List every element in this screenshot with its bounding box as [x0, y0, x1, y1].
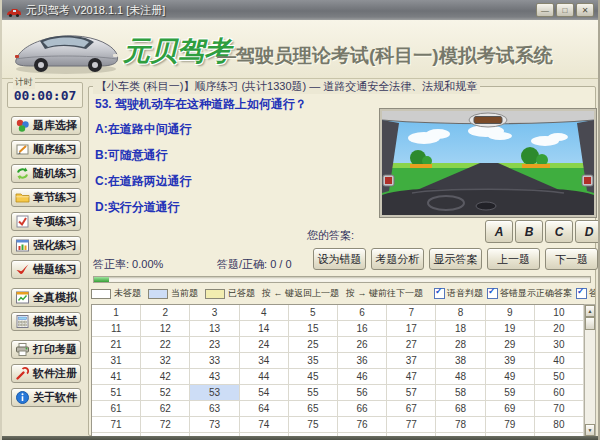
question-number-cell[interactable]: 75	[289, 417, 338, 433]
question-number-cell[interactable]: 38	[436, 353, 485, 369]
question-number-cell[interactable]: 14	[240, 321, 289, 337]
question-number-cell[interactable]: 22	[141, 337, 190, 353]
question-number-cell[interactable]: 21	[92, 337, 141, 353]
question-number-cell[interactable]: 71	[92, 417, 141, 433]
option-A[interactable]: A:在道路中间通行	[95, 121, 192, 147]
scroll-up-icon[interactable]: ▲	[585, 305, 595, 317]
question-number-cell[interactable]: 19	[486, 321, 535, 337]
checkbox-check-icon[interactable]	[487, 288, 498, 299]
question-number-cell[interactable]: 55	[289, 385, 338, 401]
question-number-cell[interactable]: 64	[240, 401, 289, 417]
question-number-cell[interactable]: 61	[92, 401, 141, 417]
scroll-thumb[interactable]	[585, 317, 595, 330]
question-number-cell[interactable]: 63	[190, 401, 239, 417]
question-number-cell[interactable]: 11	[92, 321, 141, 337]
answer-button-B[interactable]: B	[515, 220, 543, 243]
question-number-cell[interactable]: 16	[338, 321, 387, 337]
maximize-button[interactable]: □	[556, 3, 574, 17]
question-number-cell[interactable]: 56	[338, 385, 387, 401]
question-number-cell[interactable]: 69	[486, 401, 535, 417]
sidebar-button-全真模拟[interactable]: 全真模拟	[11, 288, 81, 307]
action-button-设为错题[interactable]: 设为错题	[313, 248, 366, 270]
sidebar-button-模拟考试[interactable]: 模拟考试	[11, 312, 81, 331]
question-number-cell[interactable]: 48	[436, 369, 485, 385]
question-number-cell[interactable]: 60	[535, 385, 584, 401]
question-number-cell[interactable]: 2	[141, 305, 190, 321]
question-number-cell[interactable]: 26	[338, 337, 387, 353]
action-button-下一题[interactable]: 下一题	[545, 248, 598, 270]
checkbox-语音判题[interactable]: 语音判题	[434, 287, 483, 300]
question-number-cell[interactable]: 39	[486, 353, 535, 369]
minimize-button[interactable]: —	[536, 3, 554, 17]
question-number-cell[interactable]: 33	[190, 353, 239, 369]
question-number-cell[interactable]: 74	[240, 417, 289, 433]
question-number-cell[interactable]: 27	[387, 337, 436, 353]
question-number-cell[interactable]: 24	[240, 337, 289, 353]
question-number-cell[interactable]: 30	[535, 337, 584, 353]
question-number-cell[interactable]: 13	[190, 321, 239, 337]
question-number-cell[interactable]: 10	[535, 305, 584, 321]
sidebar-button-顺序练习[interactable]: 顺序练习	[11, 140, 81, 159]
question-number-cell[interactable]: 7	[387, 305, 436, 321]
sidebar-button-错题练习[interactable]: 错题练习	[11, 260, 81, 279]
question-number-cell[interactable]: 58	[436, 385, 485, 401]
question-number-cell[interactable]: 12	[141, 321, 190, 337]
question-number-cell[interactable]: 52	[141, 385, 190, 401]
sidebar-button-随机练习[interactable]: 随机练习	[11, 164, 81, 183]
question-number-cell[interactable]: 42	[141, 369, 190, 385]
question-number-cell[interactable]: 59	[486, 385, 535, 401]
question-number-cell[interactable]: 44	[240, 369, 289, 385]
question-number-cell[interactable]: 46	[338, 369, 387, 385]
question-number-cell[interactable]: 51	[92, 385, 141, 401]
question-number-cell[interactable]: 80	[535, 417, 584, 433]
question-number-cell[interactable]: 76	[338, 417, 387, 433]
question-number-cell[interactable]: 66	[338, 401, 387, 417]
question-number-cell[interactable]: 45	[289, 369, 338, 385]
question-number-cell[interactable]: 50	[535, 369, 584, 385]
question-number-cell[interactable]: 20	[535, 321, 584, 337]
sidebar-button-题库选择[interactable]: 题库选择	[11, 116, 81, 135]
question-number-cell[interactable]: 49	[486, 369, 535, 385]
question-number-cell[interactable]: 62	[141, 401, 190, 417]
sidebar-button-打印考题[interactable]: 打印考题	[11, 340, 81, 359]
question-number-cell[interactable]: 36	[338, 353, 387, 369]
question-number-cell[interactable]: 1	[92, 305, 141, 321]
question-number-cell[interactable]: 29	[486, 337, 535, 353]
question-number-cell[interactable]: 35	[289, 353, 338, 369]
question-number-cell[interactable]: 40	[535, 353, 584, 369]
question-number-cell[interactable]: 34	[240, 353, 289, 369]
question-number-cell[interactable]: 43	[190, 369, 239, 385]
question-number-cell[interactable]: 77	[387, 417, 436, 433]
question-number-cell[interactable]: 9	[486, 305, 535, 321]
question-number-cell[interactable]: 70	[535, 401, 584, 417]
option-C[interactable]: C:在道路两边通行	[95, 173, 192, 199]
sidebar-button-强化练习[interactable]: 强化练习	[11, 236, 81, 255]
sidebar-button-章节练习[interactable]: 章节练习	[11, 188, 81, 207]
question-number-cell[interactable]: 4	[240, 305, 289, 321]
option-B[interactable]: B:可随意通行	[95, 147, 192, 173]
question-number-cell[interactable]: 72	[141, 417, 190, 433]
checkbox-答对转下一题[interactable]: 答对转下一题	[576, 287, 595, 300]
action-button-上一题[interactable]: 上一题	[487, 248, 540, 270]
question-number-cell[interactable]: 32	[141, 353, 190, 369]
question-number-cell[interactable]: 23	[190, 337, 239, 353]
question-number-cell[interactable]: 78	[436, 417, 485, 433]
question-number-cell[interactable]: 3	[190, 305, 239, 321]
sidebar-button-关于软件[interactable]: 关于软件	[11, 388, 81, 407]
question-number-cell[interactable]: 41	[92, 369, 141, 385]
question-number-cell[interactable]: 15	[289, 321, 338, 337]
question-number-cell[interactable]: 31	[92, 353, 141, 369]
answer-button-C[interactable]: C	[545, 220, 573, 243]
sidebar-button-软件注册[interactable]: 软件注册	[11, 364, 81, 383]
scroll-down-icon[interactable]: ▼	[585, 424, 595, 436]
question-number-cell[interactable]: 18	[436, 321, 485, 337]
checkbox-答错显示正确答案[interactable]: 答错显示正确答案	[487, 287, 572, 300]
question-number-cell[interactable]: 73	[190, 417, 239, 433]
question-number-cell[interactable]: 6	[338, 305, 387, 321]
question-number-cell[interactable]: 28	[436, 337, 485, 353]
question-number-cell[interactable]: 47	[387, 369, 436, 385]
answer-button-A[interactable]: A	[485, 220, 513, 243]
checkbox-check-icon[interactable]	[576, 288, 587, 299]
question-number-cell[interactable]: 68	[436, 401, 485, 417]
answer-button-D[interactable]: D	[575, 220, 600, 243]
